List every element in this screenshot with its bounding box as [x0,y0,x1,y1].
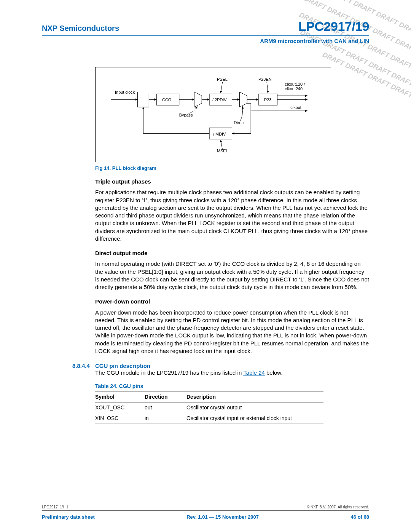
footer-right: 46 of 68 [351,514,369,520]
footer-docid: LPC2917_19_1 [42,505,68,509]
footer-small: LPC2917_19_1 © NXP B.V. 2007. All rights… [42,505,369,509]
label-p23en: P23EN [258,77,272,81]
para-triple-output: For applications that require multiple c… [95,189,369,243]
part-number: LPC2917/19 [298,19,369,34]
cgu-intro-post: below. [265,369,283,376]
table-row: XIN_OSC in Oscillator crystal input or e… [95,413,323,423]
cell-symbol: XIN_OSC [95,413,145,423]
heading-triple-output: Triple output phases [95,178,369,185]
table-row: XOUT_OSC out Oscillator crystal output [95,403,323,413]
para-direct-output: In normal operating mode (with DIRECT se… [95,260,369,291]
section-number: 8.8.4.4 [72,363,95,369]
label-clkout: clkout [290,105,301,110]
label-cco: CCO [162,97,171,102]
label-clkout240: clkout240 [285,86,303,91]
th-direction: Direction [145,392,186,403]
footer-rule [42,510,369,511]
heading-power-down: Power-down control [95,298,369,305]
page-header: NXP Semiconductors LPC2917/19 [42,19,369,36]
cell-description: Oscillator crystal input or external clo… [186,413,323,423]
th-description: Description [186,392,323,403]
label-input-clock: Input clock [115,90,135,94]
label-psel: PSEL [217,77,228,81]
table-24-link[interactable]: Table 24 [243,369,265,376]
cell-direction: out [145,403,186,413]
th-symbol: Symbol [95,392,145,403]
cell-description: Oscillator crystal output [186,403,323,413]
cell-direction: in [145,413,186,423]
cgu-pins-table: Symbol Direction Description XOUT_OSC ou… [95,391,323,424]
figure-caption: Fig 14. PLL block diagram [95,165,369,171]
page-subtitle: ARM9 microcontroller with CAN and LIN [42,38,369,44]
footer-main: Preliminary data sheet Rev. 1.01 — 15 No… [42,514,369,520]
footer-copyright: © NXP B.V. 2007. All rights reserved. [307,505,369,509]
para-power-down: A power-down mode has been incorporated … [95,309,369,355]
svg-rect-1 [138,92,149,107]
label-direct: Direct [234,120,245,125]
label-clkout120: clkout120 / [285,82,305,86]
para-cgu-intro: The CGU module in the LPC2917/19 has the… [95,369,369,377]
label-mdiv: / MDIV [213,132,226,136]
cgu-intro-pre: The CGU module in the LPC2917/19 has the… [95,369,243,376]
label-bypass: Bypass [179,113,193,117]
table-caption: Table 24. CGU pins [95,383,369,390]
label-2pdiv: / 2PDIV [212,97,227,102]
label-p23: P23 [264,97,271,102]
figure-pll-block-diagram: Input clock CCO Bypass / 2PDIV PSEL [95,67,331,162]
cell-symbol: XOUT_OSC [95,403,145,413]
company-name: NXP Semiconductors [42,24,119,33]
footer-center: Rev. 1.01 — 15 November 2007 [186,514,259,520]
heading-direct-output: Direct output mode [95,249,369,257]
section-title-cgu: CGU pin description [95,363,150,369]
footer-left: Preliminary data sheet [42,514,95,520]
